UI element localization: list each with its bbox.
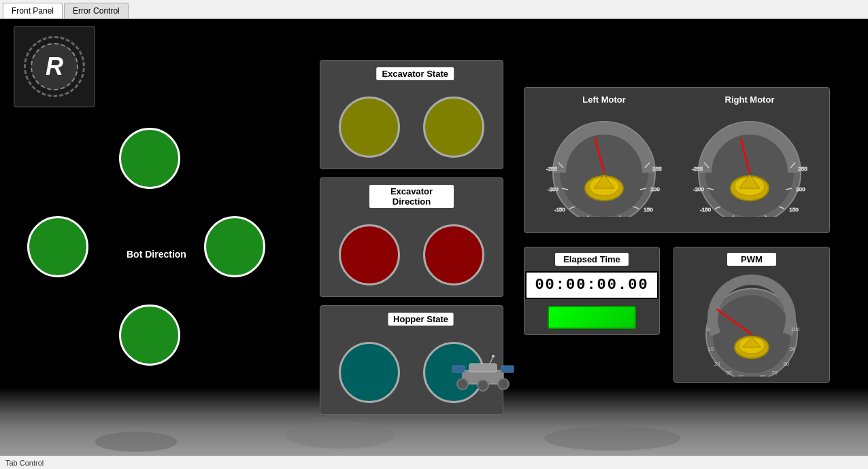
svg-text:-200: -200	[693, 186, 705, 192]
svg-text:30: 30	[726, 370, 732, 376]
excavator-direction-circle-2	[423, 224, 484, 285]
excavator-state-circles	[327, 92, 496, 162]
svg-text:90: 90	[790, 346, 796, 352]
circle-left	[27, 216, 88, 277]
main-content: R Bot Direction Excavator State Excavato…	[0, 19, 868, 455]
svg-text:-200: -200	[548, 186, 559, 192]
excavator-state-panel: Excavator State	[320, 60, 503, 169]
pwm-gauge-svg: 0 10 20 30 40 50 60 70 80 90 100	[680, 269, 823, 377]
excavator-state-circle-1	[339, 97, 400, 158]
svg-text:0: 0	[707, 326, 710, 332]
logo-circle: R	[24, 36, 85, 97]
circle-bottom	[119, 305, 180, 366]
svg-rect-74	[469, 364, 497, 372]
excavator-state-circle-2	[423, 97, 484, 158]
bot-direction-area: Bot Direction	[14, 128, 272, 413]
svg-text:255: 255	[652, 166, 662, 172]
svg-text:150: 150	[644, 207, 653, 213]
bot-direction-label: Bot Direction	[127, 249, 186, 260]
left-motor-svg: -255 -200 -150 -100 -50	[539, 108, 669, 217]
svg-text:200: 200	[796, 186, 805, 192]
svg-point-77	[498, 379, 509, 389]
svg-text:255: 255	[798, 166, 807, 172]
svg-text:20: 20	[714, 361, 720, 367]
svg-rect-81	[501, 366, 514, 372]
svg-text:10: 10	[707, 346, 714, 352]
left-motor-gauge: Left Motor	[539, 94, 669, 220]
svg-line-78	[490, 357, 493, 364]
svg-text:70: 70	[771, 370, 778, 376]
svg-point-75	[457, 379, 468, 389]
rover-svg	[449, 353, 517, 394]
svg-text:200: 200	[650, 186, 660, 192]
svg-text:50: 50	[749, 375, 755, 377]
excavator-direction-circles	[327, 220, 496, 290]
svg-text:-255: -255	[692, 166, 703, 172]
green-indicator	[548, 306, 636, 329]
logo-inner: R	[31, 43, 78, 90]
motors-row: Left Motor	[531, 94, 822, 220]
right-motor-gauge: Right Motor -255 -200 -150 -100	[685, 94, 814, 220]
hopper-state-title: Hopper State	[388, 313, 454, 326]
tab-front-panel[interactable]: Front Panel	[3, 3, 63, 18]
logo-letter: R	[46, 52, 63, 81]
tab-error-control[interactable]: Error Control	[64, 3, 129, 18]
circle-right	[204, 216, 265, 277]
svg-text:60: 60	[760, 374, 766, 377]
svg-point-76	[478, 380, 488, 391]
status-text: Tab Control	[5, 459, 44, 467]
svg-text:150: 150	[789, 207, 799, 213]
rover	[449, 353, 517, 394]
svg-text:-150: -150	[554, 207, 566, 213]
right-motor-title: Right Motor	[685, 94, 814, 105]
svg-text:80: 80	[783, 361, 789, 367]
svg-text:-255: -255	[546, 166, 558, 172]
svg-point-79	[492, 355, 495, 358]
pwm-panel: PWM 0 10 20 30 40 50 60 70 80 90 100	[673, 247, 830, 383]
status-bar: Tab Control	[0, 455, 868, 469]
circle-top	[119, 128, 180, 189]
svg-text:-150: -150	[700, 207, 712, 213]
tab-bar: Front Panel Error Control	[0, 0, 868, 19]
excavator-direction-circle-1	[339, 224, 400, 285]
right-motor-svg: -255 -200 -150 -100 -50 0 50	[685, 108, 814, 217]
motors-panel: Left Motor	[524, 87, 830, 233]
logo-container: R	[14, 26, 95, 107]
hopper-state-circle-1	[339, 342, 400, 403]
excavator-direction-panel: Excavator Direction	[320, 177, 503, 297]
elapsed-time-display: 00:00:00.00	[525, 271, 658, 299]
left-motor-title: Left Motor	[539, 94, 669, 105]
svg-rect-80	[452, 366, 465, 372]
excavator-state-title: Excavator State	[376, 67, 454, 80]
pwm-title: PWM	[727, 253, 776, 266]
elapsed-time-title: Elapsed Time	[555, 253, 629, 266]
svg-text:40: 40	[737, 374, 744, 377]
elapsed-time-panel: Elapsed Time 00:00:00.00	[524, 247, 660, 335]
excavator-direction-title: Excavator Direction	[369, 185, 454, 208]
svg-text:100: 100	[791, 326, 800, 332]
